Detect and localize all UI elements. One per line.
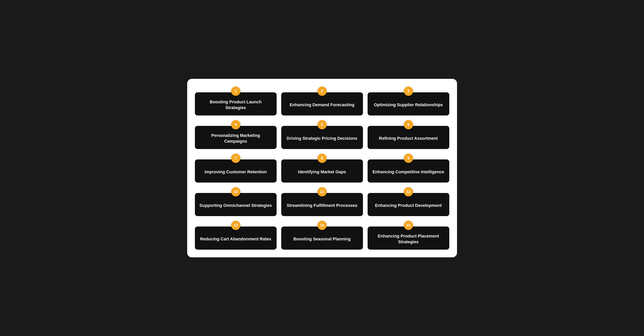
card-2[interactable]: Enhancing Demand Forecasting bbox=[281, 92, 363, 116]
card-badge-8: 8 bbox=[318, 154, 327, 163]
card-10[interactable]: Supporting Omnichannel Strategies bbox=[195, 193, 276, 216]
card-9[interactable]: Enhancing Competitive Intelligence bbox=[368, 160, 449, 182]
card-badge-14: 14 bbox=[318, 221, 327, 230]
card-wrapper-9: 9Enhancing Competitive Intelligence bbox=[368, 154, 449, 182]
card-badge-5: 5 bbox=[318, 120, 327, 129]
card-badge-9: 9 bbox=[404, 154, 413, 163]
main-container: 1Boosting Product Launch Strategies2Enha… bbox=[187, 79, 457, 257]
card-wrapper-3: 3Optimizing Supplier Relationships bbox=[368, 86, 449, 116]
card-label-11: Streamlining Fulfillment Processes bbox=[287, 202, 357, 208]
card-8[interactable]: Identifying Market Gaps bbox=[281, 160, 363, 182]
card-label-4: Personalizing Marketing Campaigns bbox=[200, 133, 272, 144]
card-wrapper-14: 14Boosting Seasonal Planning bbox=[281, 221, 363, 250]
card-badge-1: 1 bbox=[231, 86, 240, 96]
card-label-10: Supporting Omnichannel Strategies bbox=[200, 202, 272, 208]
card-label-2: Enhancing Demand Forecasting bbox=[290, 102, 354, 108]
cards-grid: 1Boosting Product Launch Strategies2Enha… bbox=[195, 86, 449, 250]
card-wrapper-10: 10Supporting Omnichannel Strategies bbox=[195, 187, 276, 216]
card-wrapper-15: 15Enhancing Product Placement Strategies bbox=[368, 221, 449, 250]
card-badge-11: 11 bbox=[318, 187, 327, 196]
card-label-15: Enhancing Product Placement Strategies bbox=[372, 233, 445, 245]
card-4[interactable]: Personalizing Marketing Campaigns bbox=[195, 126, 276, 149]
card-badge-4: 4 bbox=[231, 120, 240, 129]
card-wrapper-7: 7Improving Customer Retention bbox=[195, 154, 276, 182]
card-label-5: Driving Strategic Pricing Decisions bbox=[287, 136, 357, 141]
card-wrapper-13: 13Reducing Cart Abandonment Rates bbox=[195, 221, 276, 250]
card-label-3: Optimizing Supplier Relationships bbox=[374, 102, 443, 108]
card-11[interactable]: Streamlining Fulfillment Processes bbox=[281, 193, 363, 216]
card-label-6: Refining Product Assortment bbox=[379, 136, 438, 141]
card-badge-12: 12 bbox=[404, 187, 413, 196]
card-wrapper-1: 1Boosting Product Launch Strategies bbox=[195, 86, 276, 116]
card-wrapper-2: 2Enhancing Demand Forecasting bbox=[281, 86, 363, 116]
card-14[interactable]: Boosting Seasonal Planning bbox=[281, 226, 363, 250]
card-5[interactable]: Driving Strategic Pricing Decisions bbox=[281, 126, 363, 149]
card-badge-2: 2 bbox=[318, 86, 327, 96]
card-1[interactable]: Boosting Product Launch Strategies bbox=[195, 92, 276, 116]
card-label-13: Reducing Cart Abandonment Rates bbox=[200, 236, 272, 242]
card-label-9: Enhancing Competitive Intelligence bbox=[372, 169, 444, 175]
card-wrapper-5: 5Driving Strategic Pricing Decisions bbox=[281, 120, 363, 149]
card-badge-15: 15 bbox=[404, 221, 413, 230]
card-wrapper-4: 4Personalizing Marketing Campaigns bbox=[195, 120, 276, 149]
card-label-12: Enhancing Product Development bbox=[375, 202, 442, 208]
card-3[interactable]: Optimizing Supplier Relationships bbox=[368, 92, 449, 116]
card-badge-7: 7 bbox=[231, 154, 240, 163]
card-15[interactable]: Enhancing Product Placement Strategies bbox=[368, 226, 449, 250]
card-13[interactable]: Reducing Cart Abandonment Rates bbox=[195, 226, 276, 250]
card-label-8: Identifying Market Gaps bbox=[298, 169, 346, 175]
card-label-14: Boosting Seasonal Planning bbox=[294, 236, 350, 242]
card-badge-13: 13 bbox=[231, 221, 240, 230]
card-label-7: Improving Customer Retention bbox=[204, 169, 267, 175]
card-wrapper-12: 12Enhancing Product Development bbox=[368, 187, 449, 216]
card-wrapper-11: 11Streamlining Fulfillment Processes bbox=[281, 187, 363, 216]
card-badge-3: 3 bbox=[404, 86, 413, 96]
card-7[interactable]: Improving Customer Retention bbox=[195, 160, 276, 182]
card-12[interactable]: Enhancing Product Development bbox=[368, 193, 449, 216]
card-label-1: Boosting Product Launch Strategies bbox=[200, 99, 272, 110]
card-badge-6: 6 bbox=[404, 120, 413, 129]
card-wrapper-8: 8Identifying Market Gaps bbox=[281, 154, 363, 182]
card-wrapper-6: 6Refining Product Assortment bbox=[368, 120, 449, 149]
card-badge-10: 10 bbox=[231, 187, 240, 196]
card-6[interactable]: Refining Product Assortment bbox=[368, 126, 449, 149]
